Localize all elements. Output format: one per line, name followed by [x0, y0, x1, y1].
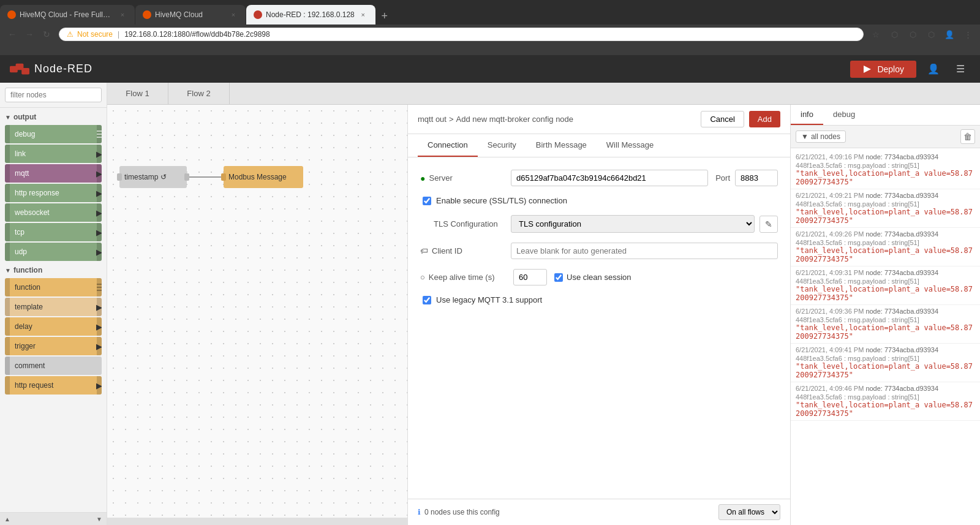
add-button[interactable]: Add — [749, 111, 780, 127]
flow-tab-1[interactable]: Flow 1 — [107, 83, 168, 104]
menu-icon-button[interactable]: ☰ — [951, 59, 970, 79]
debug-value-6: "tank_level,location=plant_a value=58.87… — [796, 401, 975, 418]
node-port-left-debug — [5, 125, 10, 143]
canvas-scrollbar[interactable] — [107, 518, 407, 525]
nodes-count-label: 0 nodes use this config — [424, 508, 500, 516]
sidebar-section-header-output[interactable]: ▼ output — [0, 110, 107, 124]
flow-tab-2[interactable]: Flow 2 — [168, 83, 230, 104]
sidebar-content: ▼ output debug link ▶ — [0, 108, 107, 512]
debug-payload-label-0: 448f1ea3.5cfa6 : msg.payload : string[51… — [796, 162, 975, 169]
tab-birth-message[interactable]: Birth Message — [526, 134, 597, 157]
flows-select[interactable]: On all flows Flow 1 Flow 2 — [718, 504, 780, 520]
server-label: ● Server — [420, 173, 506, 183]
ssl-label: Enable secure (SSL/TLS) connection — [436, 196, 567, 205]
tab-nodered[interactable]: Node-RED : 192.168.0.128 × — [246, 5, 375, 25]
address-bar[interactable]: ⚠ Not secure | 192.168.0.128:1880/#flow/… — [59, 28, 864, 41]
sidebar-scroll-up[interactable]: ▲ — [2, 514, 12, 524]
client-id-input[interactable] — [511, 243, 778, 259]
sidebar-search — [0, 83, 107, 108]
sidebar-scroll-down[interactable]: ▼ — [94, 514, 104, 524]
port-label: Port — [715, 173, 730, 183]
keepalive-input[interactable] — [513, 269, 547, 285]
ssl-checkbox[interactable] — [423, 197, 431, 205]
canvas[interactable]: timestamp ↺ Modbus Message — [107, 105, 407, 525]
node-label-delay: delay — [10, 317, 97, 336]
extension1-button[interactable]: ⬡ — [887, 27, 902, 42]
clean-session-checkbox[interactable] — [554, 273, 563, 282]
right-panel-toolbar: ▼ all nodes 🗑 — [791, 126, 980, 148]
node-item-mqtt[interactable]: mqtt ▶ — [5, 164, 102, 183]
right-tab-debug[interactable]: debug — [823, 105, 865, 125]
back-button[interactable]: ← — [5, 27, 20, 42]
not-secure-label: Not secure — [77, 30, 113, 39]
ssl-row: Enable secure (SSL/TLS) connection — [420, 196, 778, 205]
debug-entry-6: 6/21/2021, 4:09:46 PM node: 7734acba.d93… — [791, 382, 980, 421]
node-port-left-websocket — [5, 203, 10, 222]
tab-close-hivemq1[interactable]: × — [118, 10, 127, 20]
extension3-button[interactable]: ⬡ — [924, 27, 938, 42]
forward-button[interactable]: → — [22, 27, 37, 42]
tab-will-message[interactable]: Will Message — [597, 134, 663, 157]
debug-value-4: "tank_level,location=plant_a value=58.87… — [796, 323, 975, 341]
bookmark-button[interactable]: ☆ — [869, 27, 883, 42]
node-item-link[interactable]: link ▶ — [5, 145, 102, 163]
tab-security[interactable]: Security — [478, 134, 526, 157]
canvas-node-modbus[interactable]: Modbus Message — [224, 166, 303, 188]
node-item-udp[interactable]: udp ▶ — [5, 243, 102, 261]
node-label-debug: debug — [10, 125, 97, 143]
user-button[interactable]: 👤 — [924, 59, 943, 79]
node-label-tcp: tcp — [10, 223, 97, 241]
config-panel: mqtt out > Add new mqtt-broker config no… — [407, 105, 790, 525]
profile-button[interactable]: 👤 — [942, 27, 957, 42]
node-item-http-request[interactable]: http request ▶ — [5, 376, 102, 395]
node-item-trigger[interactable]: trigger ▶ — [5, 337, 102, 355]
deploy-button[interactable]: Deploy — [850, 61, 916, 78]
reload-button[interactable]: ↻ — [39, 27, 54, 42]
legacy-checkbox[interactable] — [423, 296, 431, 304]
node-port-right-tcp: ▶ — [97, 223, 102, 241]
debug-meta-6: 6/21/2021, 4:09:46 PM node: 7734acba.d93… — [796, 385, 975, 392]
node-port-right-delay: ▶ — [97, 317, 102, 336]
extension2-button[interactable]: ⬡ — [905, 27, 920, 42]
tls-edit-button[interactable]: ✎ — [760, 216, 778, 233]
node-item-debug[interactable]: debug — [5, 125, 102, 143]
node-port-left-comment — [5, 357, 10, 375]
search-input[interactable] — [5, 88, 102, 102]
cancel-button[interactable]: Cancel — [701, 111, 744, 127]
config-body: ● Server Port Enable secure (SSL/TLS) co… — [408, 157, 790, 499]
port-input[interactable] — [735, 170, 778, 186]
node-item-tcp[interactable]: tcp ▶ — [5, 223, 102, 241]
debug-timestamp-0: 6/21/2021, 4:09:16 PM — [796, 153, 864, 161]
node-item-template[interactable]: template ▶ — [5, 298, 102, 316]
node-item-function[interactable]: function — [5, 278, 102, 296]
tab-hivemq2[interactable]: HiveMQ Cloud × — [135, 5, 246, 25]
tab-connection[interactable]: Connection — [418, 134, 478, 157]
sidebar-section-function: ▼ function function template ▶ — [0, 263, 107, 395]
node-label-http-response: http response — [10, 184, 97, 202]
all-nodes-filter-button[interactable]: ▼ all nodes — [796, 130, 846, 143]
node-item-comment[interactable]: comment — [5, 357, 102, 375]
breadcrumb-parent: mqtt out — [418, 115, 447, 124]
menu-button[interactable]: ⋮ — [960, 27, 975, 42]
canvas-node-timestamp[interactable]: timestamp ↺ — [119, 166, 187, 188]
node-item-http-response[interactable]: http response ▶ — [5, 184, 102, 202]
node-item-websocket[interactable]: websocket ▶ — [5, 203, 102, 222]
tab-close-hivemq2[interactable]: × — [228, 10, 238, 20]
browser-actions: ☆ ⬡ ⬡ ⬡ 👤 ⋮ — [869, 27, 975, 42]
clear-debug-button[interactable]: 🗑 — [960, 129, 975, 144]
debug-timestamp-3: 6/21/2021, 4:09:31 PM — [796, 269, 864, 276]
svg-rect-2 — [21, 68, 29, 74]
tab-hivemq1[interactable]: HiveMQ Cloud - Free Fully Ma... × — [0, 5, 135, 25]
sidebar-section-header-function[interactable]: ▼ function — [0, 263, 107, 277]
node-item-delay[interactable]: delay ▶ — [5, 317, 102, 336]
right-tab-info[interactable]: info — [791, 105, 823, 125]
server-input[interactable] — [511, 170, 708, 186]
canvas-port-left-modbus — [221, 173, 226, 181]
new-tab-button[interactable]: + — [376, 7, 393, 25]
debug-entry-0: 6/21/2021, 4:09:16 PM node: 7734acba.d93… — [791, 151, 980, 189]
node-port-right-function — [97, 278, 102, 296]
tls-select[interactable]: TLS configuration — [511, 215, 755, 233]
debug-timestamp-1: 6/21/2021, 4:09:21 PM — [796, 192, 864, 199]
tab-close-nodered[interactable]: × — [358, 10, 368, 20]
right-panel-tabs: info debug — [791, 105, 980, 126]
